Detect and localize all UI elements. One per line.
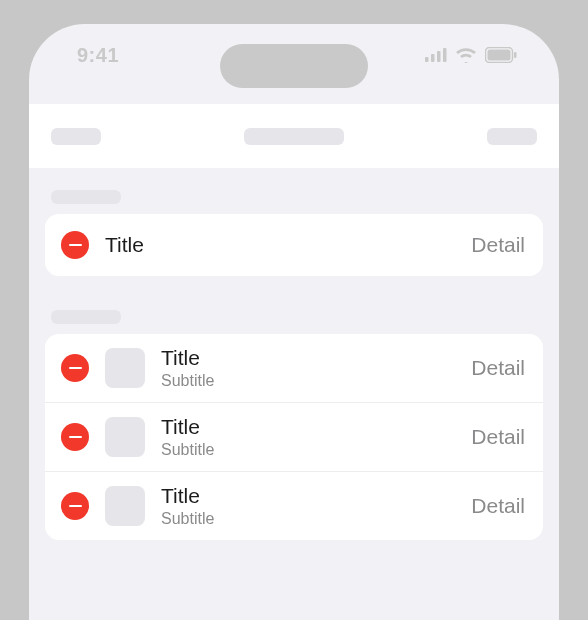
row-detail: Detail — [471, 494, 525, 518]
cellular-icon — [425, 48, 447, 62]
delete-icon[interactable] — [61, 492, 89, 520]
row-title: Title — [161, 484, 455, 508]
table-row[interactable]: Title Subtitle Detail — [45, 334, 543, 402]
row-text: Title Subtitle — [161, 415, 455, 459]
wifi-icon — [455, 47, 477, 63]
svg-rect-1 — [431, 54, 435, 62]
nav-title-placeholder — [244, 128, 344, 145]
row-detail: Detail — [471, 356, 525, 380]
delete-icon[interactable] — [61, 423, 89, 451]
thumbnail-placeholder — [105, 486, 145, 526]
section-header-1 — [29, 168, 559, 214]
content-area: Title Detail Title Subtitle Detail — [29, 104, 559, 620]
list-section-1: Title Detail — [45, 214, 543, 276]
svg-rect-5 — [488, 50, 511, 61]
row-detail: Detail — [471, 425, 525, 449]
svg-rect-6 — [514, 52, 517, 58]
svg-rect-3 — [443, 48, 447, 62]
section-header-2 — [29, 276, 559, 334]
phone-frame: 9:41 — [15, 10, 573, 620]
svg-rect-0 — [425, 57, 429, 62]
navbar — [29, 104, 559, 168]
status-time: 9:41 — [77, 44, 119, 67]
table-row[interactable]: Title Detail — [45, 214, 543, 276]
delete-icon[interactable] — [61, 354, 89, 382]
row-title: Title — [161, 415, 455, 439]
table-row[interactable]: Title Subtitle Detail — [45, 471, 543, 540]
row-text: Title — [105, 233, 455, 257]
row-text: Title Subtitle — [161, 484, 455, 528]
section-header-skeleton — [51, 310, 121, 324]
dynamic-island — [220, 44, 368, 88]
row-text: Title Subtitle — [161, 346, 455, 390]
nav-left-placeholder[interactable] — [51, 128, 101, 145]
row-detail: Detail — [471, 233, 525, 257]
row-subtitle: Subtitle — [161, 372, 455, 390]
thumbnail-placeholder — [105, 417, 145, 457]
row-title: Title — [161, 346, 455, 370]
thumbnail-placeholder — [105, 348, 145, 388]
status-icons — [425, 47, 517, 63]
section-header-skeleton — [51, 190, 121, 204]
table-row[interactable]: Title Subtitle Detail — [45, 402, 543, 471]
row-title: Title — [105, 233, 455, 257]
nav-right-placeholder[interactable] — [487, 128, 537, 145]
list-section-2: Title Subtitle Detail Title Subtitle Det… — [45, 334, 543, 540]
row-subtitle: Subtitle — [161, 441, 455, 459]
battery-icon — [485, 47, 517, 63]
svg-rect-2 — [437, 51, 441, 62]
screen: 9:41 — [29, 24, 559, 620]
delete-icon[interactable] — [61, 231, 89, 259]
row-subtitle: Subtitle — [161, 510, 455, 528]
